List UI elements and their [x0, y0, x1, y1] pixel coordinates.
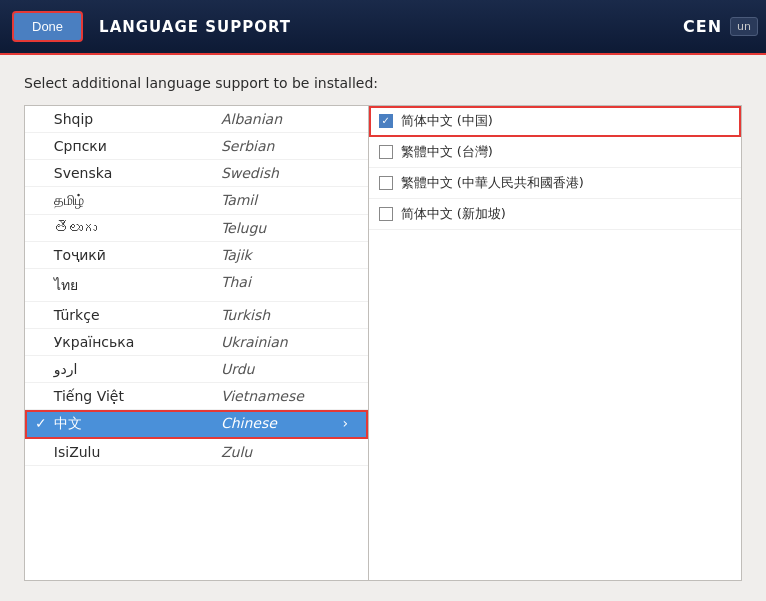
lang-arrow-icon: [342, 307, 357, 323]
lang-native-name: Türkçe: [54, 307, 221, 323]
lang-arrow-icon: [342, 247, 357, 263]
lang-native-name: Тоҷикӣ: [54, 247, 221, 263]
sublang-label: 繁體中文 (中華人民共和國香港): [401, 174, 584, 192]
language-list-item[interactable]: SvenskaSwedish: [25, 160, 368, 187]
language-list-item[interactable]: తెలుగుTelugu: [25, 215, 368, 242]
done-button[interactable]: Done: [12, 11, 83, 42]
checkmark-icon: [35, 220, 54, 236]
checkmark-icon: [35, 165, 54, 181]
checkmark-icon: [35, 361, 54, 377]
sublanguage-list-item[interactable]: 繁體中文 (中華人民共和國香港): [369, 168, 741, 199]
lang-native-name: Српски: [54, 138, 221, 154]
checkmark-icon: [35, 192, 54, 209]
sublanguage-list-item[interactable]: 简体中文 (中国): [369, 106, 741, 137]
sublang-checkbox[interactable]: [379, 176, 393, 190]
lang-english-name: Turkish: [221, 307, 343, 323]
lang-native-name: Svenska: [54, 165, 221, 181]
sublanguage-panel[interactable]: 简体中文 (中国)繁體中文 (台灣)繁體中文 (中華人民共和國香港)简体中文 (…: [369, 105, 742, 581]
language-list-item[interactable]: ShqipAlbanian: [25, 106, 368, 133]
lang-arrow-icon: [342, 192, 357, 209]
lang-english-name: Telugu: [221, 220, 343, 236]
sublanguage-list-item[interactable]: 繁體中文 (台灣): [369, 137, 741, 168]
checkmark-icon: [35, 247, 54, 263]
language-list-item[interactable]: ✓中文Chinese›: [25, 410, 368, 439]
sublanguage-list-item[interactable]: 简体中文 (新加坡): [369, 199, 741, 230]
lang-native-name: 中文: [54, 415, 221, 433]
lang-english-name: Serbian: [221, 138, 343, 154]
lang-arrow-icon: ›: [342, 415, 357, 433]
language-list-item[interactable]: اردوUrdu: [25, 356, 368, 383]
lang-english-name: Chinese: [221, 415, 343, 433]
main-content: Select additional language support to be…: [0, 55, 766, 601]
lang-english-name: Ukrainian: [221, 334, 343, 350]
lang-arrow-icon: [342, 274, 357, 296]
lang-native-name: தமிழ்: [54, 192, 221, 209]
lang-native-name: Українська: [54, 334, 221, 350]
title-bar: Done LANGUAGE SUPPORT CEN un: [0, 0, 766, 55]
panels-container: ShqipAlbanianСрпскиSerbianSvenskaSwedish…: [24, 105, 742, 581]
lang-native-name: اردو: [54, 361, 221, 377]
checkmark-icon: [35, 307, 54, 323]
lang-english-name: Thai: [221, 274, 343, 296]
checkmark-icon: [35, 274, 54, 296]
language-list-item[interactable]: தமிழ்Tamil: [25, 187, 368, 215]
lang-native-name: Shqip: [54, 111, 221, 127]
sublang-checkbox[interactable]: [379, 145, 393, 159]
lang-english-name: Swedish: [221, 165, 343, 181]
app-title: LANGUAGE SUPPORT: [99, 18, 291, 36]
language-list-item[interactable]: ТоҷикӣTajik: [25, 242, 368, 269]
keyboard-icon[interactable]: un: [730, 17, 758, 36]
lang-arrow-icon: [342, 334, 357, 350]
cen-label: CEN: [683, 17, 722, 36]
language-list-item[interactable]: ไทยThai: [25, 269, 368, 302]
sublang-label: 繁體中文 (台灣): [401, 143, 493, 161]
lang-english-name: Tamil: [221, 192, 343, 209]
lang-native-name: Tiếng Việt: [54, 388, 221, 404]
lang-english-name: Urdu: [221, 361, 343, 377]
language-list-item[interactable]: Tiếng ViệtVietnamese: [25, 383, 368, 410]
lang-english-name: Albanian: [221, 111, 343, 127]
lang-arrow-icon: [342, 138, 357, 154]
sublang-label: 简体中文 (新加坡): [401, 205, 506, 223]
language-list-item[interactable]: IsiZuluZulu: [25, 439, 368, 466]
lang-arrow-icon: [342, 220, 357, 236]
sublang-label: 简体中文 (中国): [401, 112, 493, 130]
language-list-item[interactable]: СрпскиSerbian: [25, 133, 368, 160]
checkmark-icon: [35, 334, 54, 350]
lang-native-name: IsiZulu: [54, 444, 221, 460]
lang-english-name: Tajik: [221, 247, 343, 263]
sublang-checkbox[interactable]: [379, 114, 393, 128]
lang-english-name: Vietnamese: [221, 388, 343, 404]
lang-native-name: తెలుగు: [54, 220, 221, 236]
language-list[interactable]: ShqipAlbanianСрпскиSerbianSvenskaSwedish…: [24, 105, 369, 581]
sublang-checkbox[interactable]: [379, 207, 393, 221]
lang-arrow-icon: [342, 388, 357, 404]
checkmark-icon: [35, 444, 54, 460]
lang-arrow-icon: [342, 361, 357, 377]
lang-native-name: ไทย: [54, 274, 221, 296]
checkmark-icon: ✓: [35, 415, 54, 433]
lang-english-name: Zulu: [221, 444, 343, 460]
checkmark-icon: [35, 111, 54, 127]
lang-arrow-icon: [342, 165, 357, 181]
checkmark-icon: [35, 388, 54, 404]
lang-arrow-icon: [342, 111, 357, 127]
checkmark-icon: [35, 138, 54, 154]
title-right-area: CEN un: [683, 0, 766, 53]
language-list-item[interactable]: TürkçeTurkish: [25, 302, 368, 329]
lang-arrow-icon: [342, 444, 357, 460]
language-list-item[interactable]: УкраїнськаUkrainian: [25, 329, 368, 356]
instruction-text: Select additional language support to be…: [24, 75, 742, 91]
